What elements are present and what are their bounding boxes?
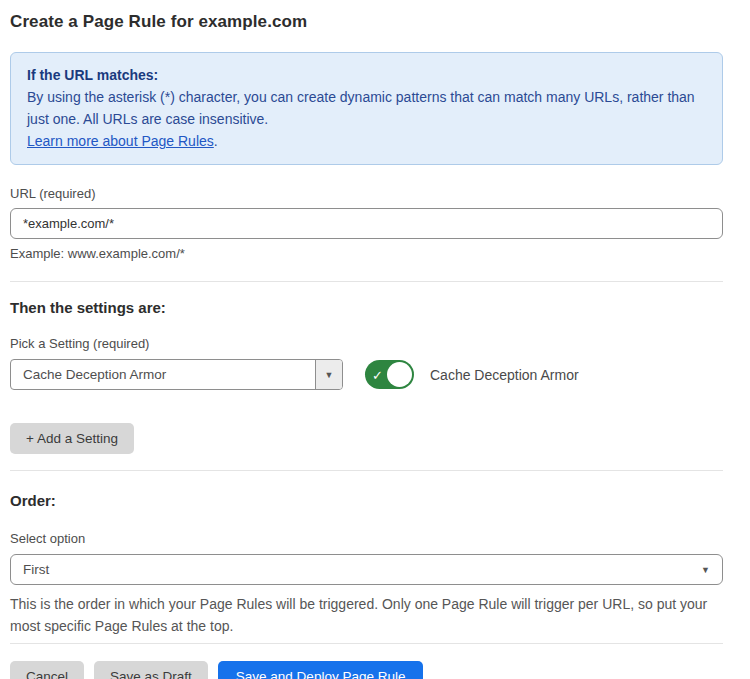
setting-dropdown[interactable]: Cache Deception Armor ▼ xyxy=(10,359,343,390)
save-as-draft-button[interactable]: Save as Draft xyxy=(94,661,208,679)
setting-dropdown-value: Cache Deception Armor xyxy=(11,360,315,389)
divider-order-footer xyxy=(10,643,723,644)
info-box-heading: If the URL matches: xyxy=(27,64,706,86)
cancel-button[interactable]: Cancel xyxy=(10,661,84,679)
save-and-deploy-button[interactable]: Save and Deploy Page Rule xyxy=(218,661,424,679)
order-select-label: Select option xyxy=(10,531,723,546)
setting-dropdown-arrow-button[interactable]: ▼ xyxy=(315,360,342,389)
url-input[interactable] xyxy=(10,208,723,239)
setting-row: Cache Deception Armor ▼ ✓ Cache Deceptio… xyxy=(10,359,723,390)
page-rule-form: Create a Page Rule for example.com If th… xyxy=(0,0,750,679)
info-box-body: By using the asterisk (*) character, you… xyxy=(27,86,706,130)
url-field-label: URL (required) xyxy=(10,186,723,201)
toggle-knob xyxy=(387,362,412,387)
link-period: . xyxy=(214,133,218,149)
divider-url-settings xyxy=(10,281,723,282)
order-select-value: First xyxy=(23,562,49,577)
order-section-heading: Order: xyxy=(10,492,723,509)
url-match-info-box: If the URL matches: By using the asteris… xyxy=(10,52,723,165)
footer-actions: Cancel Save as Draft Save and Deploy Pag… xyxy=(10,661,723,679)
settings-section-heading: Then the settings are: xyxy=(10,299,723,316)
info-box-link-line: Learn more about Page Rules. xyxy=(27,130,706,152)
chevron-down-icon: ▼ xyxy=(701,565,710,575)
divider-settings-order xyxy=(10,470,723,471)
checkmark-icon: ✓ xyxy=(372,368,383,381)
cache-deception-armor-toggle[interactable]: ✓ xyxy=(365,360,414,389)
url-example-helper: Example: www.example.com/* xyxy=(10,246,723,261)
order-helper-text: This is the order in which your Page Rul… xyxy=(10,593,723,637)
learn-more-link[interactable]: Learn more about Page Rules xyxy=(27,133,214,149)
order-select[interactable]: First ▼ xyxy=(10,554,723,585)
pick-setting-label: Pick a Setting (required) xyxy=(10,336,723,351)
toggle-label: Cache Deception Armor xyxy=(430,367,579,383)
add-setting-button[interactable]: + Add a Setting xyxy=(10,423,134,454)
page-title: Create a Page Rule for example.com xyxy=(10,12,723,32)
chevron-down-icon: ▼ xyxy=(325,370,334,380)
